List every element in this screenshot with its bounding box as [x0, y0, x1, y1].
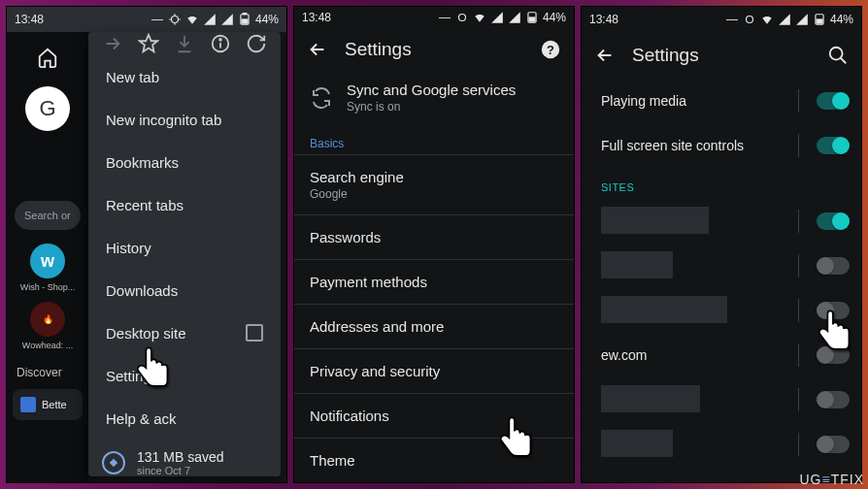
setting-sync[interactable]: Sync and Google services Sync is on: [294, 70, 574, 125]
menu-history[interactable]: History: [88, 226, 281, 269]
toggle-switch[interactable]: [817, 137, 850, 154]
svg-line-20: [841, 58, 847, 64]
back-icon[interactable]: [306, 38, 329, 61]
setting-privacy[interactable]: Privacy and security: [294, 348, 574, 393]
menu-new-tab[interactable]: New tab: [88, 55, 281, 98]
checkbox-icon[interactable]: [246, 324, 263, 342]
wifi-icon: [473, 11, 486, 24]
svg-text:?: ?: [547, 43, 554, 57]
svg-rect-18: [817, 19, 822, 23]
menu-settings[interactable]: Settings: [88, 354, 281, 397]
back-icon[interactable]: [593, 44, 617, 67]
toggle-switch[interactable]: [817, 212, 850, 230]
site-row[interactable]: [582, 422, 861, 467]
toggle-switch[interactable]: [817, 257, 850, 275]
svg-point-16: [746, 16, 752, 23]
status-icons: — 44%: [725, 13, 853, 26]
svg-point-19: [830, 48, 843, 60]
status-icons: — 44%: [150, 13, 279, 26]
section-basics: Basics: [294, 125, 574, 154]
refresh-icon[interactable]: [245, 32, 268, 55]
menu-bookmarks[interactable]: Bookmarks: [88, 141, 281, 183]
chrome-overflow-menu: New tab New incognito tab Bookmarks Rece…: [88, 32, 281, 476]
svg-point-0: [171, 16, 178, 23]
search-icon[interactable]: [826, 44, 850, 67]
setting-notifications[interactable]: Notifications: [294, 393, 574, 438]
panel-2-settings: 13:48 — 44% Settings ?: [293, 6, 575, 483]
site-row-ew[interactable]: ew.com: [582, 333, 861, 377]
toggle-switch[interactable]: [817, 302, 850, 319]
status-bar: 13:48 — 44%: [7, 7, 286, 32]
menu-downloads[interactable]: Downloads: [88, 269, 281, 311]
section-sites: SITES: [582, 168, 861, 199]
svg-point-11: [458, 15, 465, 21]
status-time: 13:48: [15, 13, 44, 26]
status-bar: 13:48 — 44%: [294, 7, 574, 29]
menu-recent-tabs[interactable]: Recent tabs: [88, 183, 281, 226]
toggle-switch[interactable]: [817, 436, 850, 453]
menu-icon-row: [88, 32, 281, 55]
forward-icon[interactable]: [101, 32, 124, 55]
panel-1-chrome-menu: 13:48 — 44%: [6, 6, 287, 483]
info-icon[interactable]: [209, 32, 232, 55]
panel-3-site-settings: 13:48 — 44% Settings Playing media: [581, 6, 862, 483]
menu-new-incognito[interactable]: New incognito tab: [88, 98, 281, 141]
signal2-icon: [220, 13, 234, 26]
status-battery: 44%: [830, 13, 853, 26]
svg-rect-6: [243, 14, 247, 15]
svg-point-10: [219, 39, 221, 41]
setting-passwords[interactable]: Passwords: [294, 214, 574, 259]
download-icon[interactable]: [173, 32, 196, 55]
menu-help[interactable]: Help & ack: [88, 397, 281, 440]
google-logo: G: [25, 86, 70, 131]
settings-header: Settings ?: [294, 29, 574, 70]
discover-card[interactable]: Bette: [13, 389, 83, 420]
signal-icon: [490, 11, 504, 24]
setting-payment-methods[interactable]: Payment methods: [294, 259, 574, 304]
toggle-switch[interactable]: [817, 391, 850, 408]
location-icon: [743, 13, 756, 26]
svg-rect-13: [529, 17, 535, 21]
svg-rect-7: [242, 19, 248, 23]
settings-header: Settings: [582, 32, 861, 79]
status-time: 13:48: [302, 11, 331, 24]
battery-icon: [813, 13, 826, 26]
wifi-icon: [185, 13, 199, 26]
toggle-switch[interactable]: [817, 92, 850, 110]
help-icon[interactable]: ?: [539, 38, 562, 61]
page-title: Settings: [345, 39, 523, 60]
star-icon[interactable]: [137, 32, 160, 55]
data-saver-icon: [102, 451, 125, 474]
site-row[interactable]: [582, 244, 861, 288]
signal-icon: [778, 13, 791, 26]
wifi-icon: [760, 13, 774, 26]
watermark: UG≡TFIX: [799, 472, 864, 487]
row-playing-media[interactable]: Playing media: [582, 79, 861, 123]
status-bar: 13:48 — 44%: [582, 7, 861, 32]
battery-icon: [525, 11, 539, 24]
site-row[interactable]: [582, 377, 861, 422]
site-row[interactable]: [582, 288, 861, 333]
dash-icon: —: [150, 13, 164, 26]
app-tile-wish[interactable]: w Wish - Shop...: [14, 244, 82, 292]
home-icon[interactable]: [36, 46, 59, 69]
status-time: 13:48: [589, 13, 618, 26]
battery-icon: [238, 13, 251, 26]
sync-icon: [310, 86, 333, 110]
location-icon: [168, 13, 182, 26]
site-row[interactable]: [582, 199, 861, 244]
signal2-icon: [795, 13, 809, 26]
location-icon: [455, 11, 469, 24]
menu-data-saved[interactable]: 131 MB saved since Oct 7: [88, 440, 281, 476]
search-input[interactable]: Search or: [15, 201, 81, 230]
row-fullscreen-controls[interactable]: Full screen site controls: [582, 123, 861, 168]
status-battery: 44%: [543, 11, 566, 24]
setting-theme[interactable]: Theme: [294, 438, 574, 482]
chrome-background: G Search or w Wish - Shop... 🔥 Wowhead: …: [7, 32, 88, 482]
app-tile-wowhead[interactable]: 🔥 Wowhead: ...: [14, 302, 82, 350]
toggle-switch[interactable]: [817, 346, 850, 364]
status-icons: — 44%: [438, 11, 566, 24]
setting-search-engine[interactable]: Search engine Google: [294, 154, 574, 214]
menu-desktop-site[interactable]: Desktop site: [88, 311, 281, 354]
setting-addresses[interactable]: Addresses and more: [294, 304, 574, 348]
